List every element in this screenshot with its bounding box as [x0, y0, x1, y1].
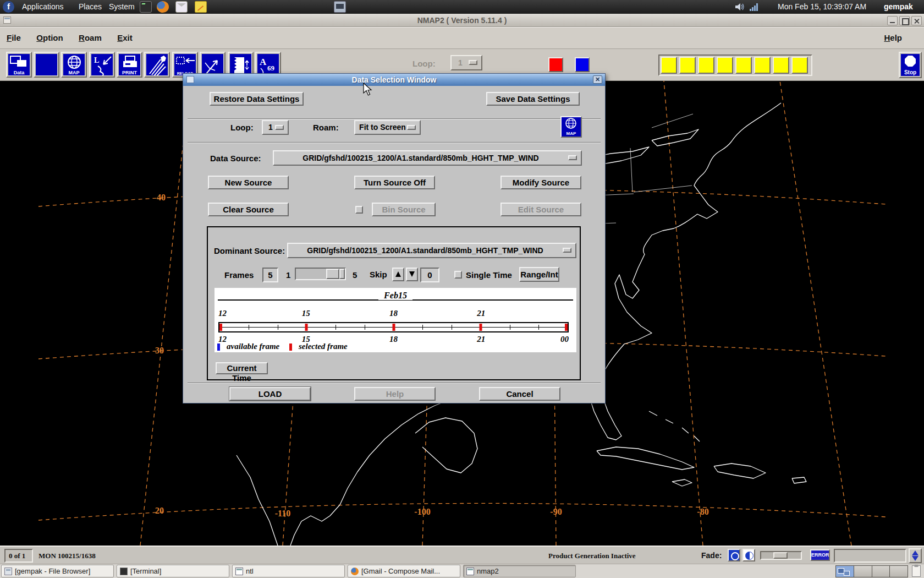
taskbar-item-gmail-compose-mail[interactable]: [Gmail - Compose Mail...: [348, 565, 460, 577]
print-icon[interactable]: PRINT: [117, 52, 142, 78]
menu-option[interactable]: Option: [36, 28, 63, 48]
menu-exit[interactable]: Exit: [117, 28, 133, 48]
roam-dropdown[interactable]: Fit to Screen: [354, 120, 421, 135]
timeline-selected-marker[interactable]: [479, 324, 482, 331]
fade-on-button[interactable]: [728, 549, 740, 561]
loop-red-button[interactable]: [548, 57, 563, 72]
new-source-button[interactable]: New Source: [208, 176, 289, 189]
spin-up-icon[interactable]: [912, 550, 919, 555]
notes-launcher-icon[interactable]: [195, 1, 207, 13]
taskbar-item-nmap2[interactable]: nmap2: [463, 565, 576, 577]
stop-button[interactable]: Stop: [899, 52, 922, 78]
workspace-4[interactable]: [890, 566, 908, 577]
range-int-button[interactable]: Range/Int: [519, 267, 559, 282]
taskbar-item-gempak-file-browser[interactable]: [gempak - File Browser]: [1, 565, 114, 577]
workspace-1[interactable]: [836, 566, 854, 577]
taskbar-item-terminal[interactable]: [Terminal]: [117, 565, 229, 577]
frames-slider-handle-end[interactable]: [339, 269, 345, 279]
frame-indicator[interactable]: [773, 57, 789, 74]
dialog-map-button[interactable]: MAP: [560, 116, 582, 138]
restore-data-settings-button[interactable]: Restore Data Settings: [210, 92, 304, 106]
workspace-3[interactable]: [872, 566, 890, 577]
loop-blank-icon[interactable]: [34, 52, 59, 78]
error-button[interactable]: ERROR: [810, 549, 830, 561]
dialog-close-icon[interactable]: ✕: [593, 75, 602, 84]
menu-roam[interactable]: Roam: [79, 28, 102, 48]
data-source-dropdown[interactable]: GRID/gfshd/100215_1200/A1.standard/850mb…: [273, 150, 582, 166]
fade-slider-handle[interactable]: [773, 552, 788, 559]
loop-blue-button[interactable]: [575, 57, 590, 72]
dialog-window-icon[interactable]: [186, 76, 194, 83]
frame-indicator[interactable]: [698, 57, 714, 74]
fade-slider[interactable]: [760, 551, 802, 560]
applications-menu[interactable]: Applications: [19, 0, 67, 14]
spin-down-icon[interactable]: [912, 556, 919, 561]
frame-indicator[interactable]: [717, 57, 733, 74]
skip-field[interactable]: 0: [420, 268, 439, 282]
timeline-selected-marker[interactable]: [219, 324, 222, 331]
timeline-hour-tick: [278, 325, 278, 330]
workspace-switcher[interactable]: [835, 565, 908, 577]
clipboard-icon[interactable]: [912, 565, 921, 577]
skip-down-button[interactable]: [406, 268, 418, 281]
frames-slider[interactable]: [295, 268, 346, 280]
dropdown-indicator-icon: [563, 248, 571, 253]
fade-half-button[interactable]: [743, 549, 755, 561]
fedora-menu-icon[interactable]: f: [3, 1, 14, 13]
minimize-button[interactable]: [887, 16, 898, 25]
panel-clock[interactable]: Mon Feb 15, 10:39:07 AM: [778, 0, 866, 14]
load-button[interactable]: LOAD: [229, 387, 311, 401]
panel-username[interactable]: gempak: [884, 0, 913, 14]
cancel-button[interactable]: Cancel: [479, 387, 560, 401]
skip-up-button[interactable]: [392, 268, 404, 281]
network-signal-icon[interactable]: [750, 3, 760, 11]
taskbar-item-ntl[interactable]: ntl: [232, 565, 345, 577]
map-overlay-icon[interactable]: MAP: [61, 52, 87, 78]
frame-indicator[interactable]: [679, 57, 696, 74]
available-frame-marker-icon: [217, 343, 220, 351]
dialog-titlebar[interactable]: Data Selection Window ✕: [183, 74, 605, 86]
dominant-source-dropdown[interactable]: GRID/gfshd/100215_1200/A1.standard/850mb…: [287, 243, 576, 258]
frame-indicator[interactable]: [661, 57, 677, 74]
close-button[interactable]: [911, 16, 922, 25]
edit-source-button[interactable]: Edit Source: [501, 203, 581, 216]
graticule-label: 20: [155, 506, 164, 516]
timeline-selected-marker[interactable]: [305, 324, 308, 331]
frames-slider-handle[interactable]: [326, 269, 339, 279]
timeline-bar[interactable]: [218, 322, 569, 332]
places-menu[interactable]: Places: [75, 0, 105, 14]
modify-source-button[interactable]: Modify Source: [501, 176, 581, 189]
workspace-2[interactable]: [854, 566, 872, 577]
timeline-selected-marker[interactable]: [392, 324, 395, 331]
menu-file[interactable]: File: [7, 28, 21, 48]
system-menu[interactable]: System: [106, 0, 138, 14]
save-data-settings-button[interactable]: Save Data Settings: [486, 92, 580, 106]
firefox-launcher-icon[interactable]: [157, 1, 169, 13]
slider-min-label: 1: [286, 270, 290, 280]
dialog-help-button[interactable]: Help: [354, 387, 436, 401]
clear-source-button[interactable]: Clear Source: [208, 203, 289, 216]
volume-icon[interactable]: [735, 2, 746, 12]
turn-source-off-button[interactable]: Turn Source Off: [354, 176, 435, 189]
single-time-checkbox[interactable]: [454, 271, 462, 279]
current-time-button[interactable]: Current Time: [216, 362, 268, 374]
bin-source-checkbox[interactable]: [355, 206, 363, 214]
frame-indicator[interactable]: [735, 57, 752, 74]
frames-field[interactable]: 5: [262, 268, 278, 282]
screenshot-tool-icon[interactable]: [334, 1, 346, 13]
zoom-area-icon[interactable]: L: [89, 52, 115, 78]
timeline-selected-marker[interactable]: [565, 324, 568, 331]
frame-indicator[interactable]: [791, 57, 808, 74]
bin-source-button[interactable]: Bin Source: [372, 203, 436, 216]
fade-icon[interactable]: [144, 52, 170, 78]
terminal-launcher-icon[interactable]: [140, 1, 152, 13]
frame-spinner[interactable]: [909, 548, 922, 563]
frame-indicator[interactable]: [754, 57, 771, 74]
maximize-button[interactable]: [899, 16, 910, 25]
nmap2-titlebar[interactable]: NMAP2 ( Version 5.11.4 ): [0, 14, 924, 27]
timeline-panel[interactable]: Feb15 12151821 1215182100 available fram…: [215, 288, 576, 352]
dialog-loop-dropdown[interactable]: 1: [262, 120, 289, 135]
mail-launcher-icon[interactable]: [175, 1, 188, 13]
data-source-icon[interactable]: Data: [6, 52, 32, 78]
menu-help[interactable]: Help: [884, 28, 902, 48]
